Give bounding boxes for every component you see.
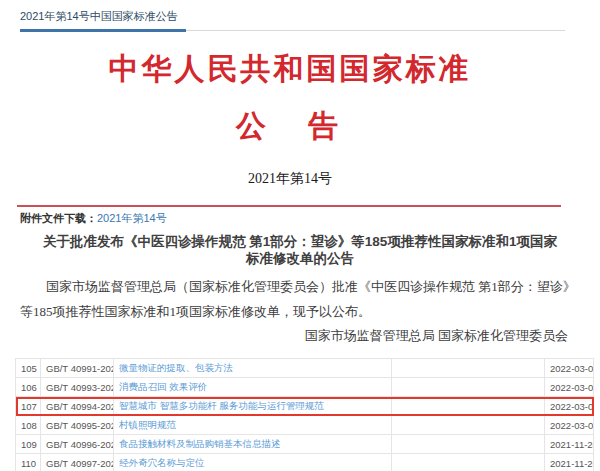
- replaced-standard: [392, 435, 545, 454]
- attachment-row: 附件文件下载：2021年第14号: [20, 211, 580, 226]
- table-row: 110 GB/T 40997-2021 经外奇穴名称与定位 2021-11-26: [16, 454, 594, 471]
- table-row: 109 GB/T 40996-2021 食品接触材料及制品购销基本信息描述 20…: [16, 435, 594, 454]
- standard-title-link[interactable]: 智慧城市 智慧多功能杆 服务功能与运行管理规范: [119, 400, 324, 411]
- implementation-date: 2022-03-01: [545, 416, 594, 435]
- announcement-issue-number: 2021年第14号: [17, 169, 563, 189]
- announcement-title-line1: 中华人民共和国国家标准: [17, 51, 563, 87]
- row-index: 105: [16, 359, 41, 378]
- implementation-date: 2022-03-01: [545, 378, 594, 397]
- replaced-standard: [392, 397, 545, 416]
- standard-title-link[interactable]: 村镇照明规范: [119, 419, 176, 430]
- standard-title-cell: 智慧城市 智慧多功能杆 服务功能与运行管理规范: [114, 397, 392, 416]
- table-row: 107 GB/T 40994-2021 智慧城市 智慧多功能杆 服务功能与运行管…: [16, 397, 594, 416]
- standard-title-cell: 经外奇穴名称与定位: [114, 454, 392, 471]
- standard-title-cell: 村镇照明规范: [114, 416, 392, 435]
- attachment-label: 附件文件下载：: [20, 212, 97, 224]
- standard-title-link[interactable]: 食品接触材料及制品购销基本信息描述: [119, 438, 281, 449]
- implementation-date: 2022-03-01: [545, 359, 594, 378]
- notice-signature: 国家市场监督管理总局 国家标准化管理委员会: [0, 326, 568, 346]
- table-row: 108 GB/T 40995-2021 村镇照明规范 2022-03-01: [16, 416, 594, 435]
- notice-heading: 关于批准发布《中医四诊操作规范 第1部分：望诊》等185项推荐性国家标准和1项国…: [40, 233, 560, 267]
- replaced-standard: [392, 359, 545, 378]
- standard-title-cell: 消费品召回 效果评价: [114, 378, 392, 397]
- implementation-date: 2022-03-01: [545, 397, 594, 416]
- standard-code: GB/T 40991-2021: [41, 359, 114, 378]
- row-index: 108: [16, 416, 41, 435]
- standard-code: GB/T 40993-2021: [41, 378, 114, 397]
- standard-code: GB/T 40996-2021: [41, 435, 114, 454]
- announcement-title-line2: 公 告: [17, 109, 563, 143]
- row-index: 110: [16, 454, 41, 471]
- implementation-date: 2021-11-26: [545, 454, 594, 471]
- attachment-download-link[interactable]: 2021年第14号: [97, 212, 167, 224]
- breadcrumb: 2021年第14号中国国家标准公告: [20, 9, 178, 30]
- row-index: 106: [16, 378, 41, 397]
- standard-title-link[interactable]: 微量物证的提取、包装方法: [119, 362, 233, 373]
- replaced-standard: [392, 454, 545, 471]
- announcement-header: 中华人民共和国国家标准 公 告 2021年第14号: [17, 51, 563, 189]
- replaced-standard: [392, 378, 545, 397]
- standards-table-body: 105 GB/T 40991-2021 微量物证的提取、包装方法 2022-03…: [16, 359, 594, 471]
- table-row: 106 GB/T 40993-2021 消费品召回 效果评价 2022-03-0…: [16, 378, 594, 397]
- standard-title-link[interactable]: 消费品召回 效果评价: [119, 381, 207, 392]
- page-header: 2021年第14号中国国家标准公告: [20, 6, 565, 31]
- standards-table: 105 GB/T 40991-2021 微量物证的提取、包装方法 2022-03…: [15, 358, 594, 471]
- standards-table-wrap: 105 GB/T 40991-2021 微量物证的提取、包装方法 2022-03…: [15, 358, 593, 471]
- replaced-standard: [392, 416, 545, 435]
- standard-title-cell: 食品接触材料及制品购销基本信息描述: [114, 435, 392, 454]
- breadcrumb-active-underline: [20, 29, 186, 32]
- notice-body-paragraph: 国家市场监督管理总局（国家标准化管理委员会）批准《中医四诊操作规范 第1部分：望…: [20, 274, 578, 324]
- red-divider: [17, 205, 561, 207]
- standard-title-cell: 微量物证的提取、包装方法: [114, 359, 392, 378]
- standard-code: GB/T 40994-2021: [41, 397, 114, 416]
- standard-code: GB/T 40995-2021: [41, 416, 114, 435]
- row-index: 107: [16, 397, 41, 416]
- table-row: 105 GB/T 40991-2021 微量物证的提取、包装方法 2022-03…: [16, 359, 594, 378]
- row-index: 109: [16, 435, 41, 454]
- standard-code: GB/T 40997-2021: [41, 454, 114, 471]
- implementation-date: 2021-11-26: [545, 435, 594, 454]
- standard-title-link[interactable]: 经外奇穴名称与定位: [119, 457, 205, 468]
